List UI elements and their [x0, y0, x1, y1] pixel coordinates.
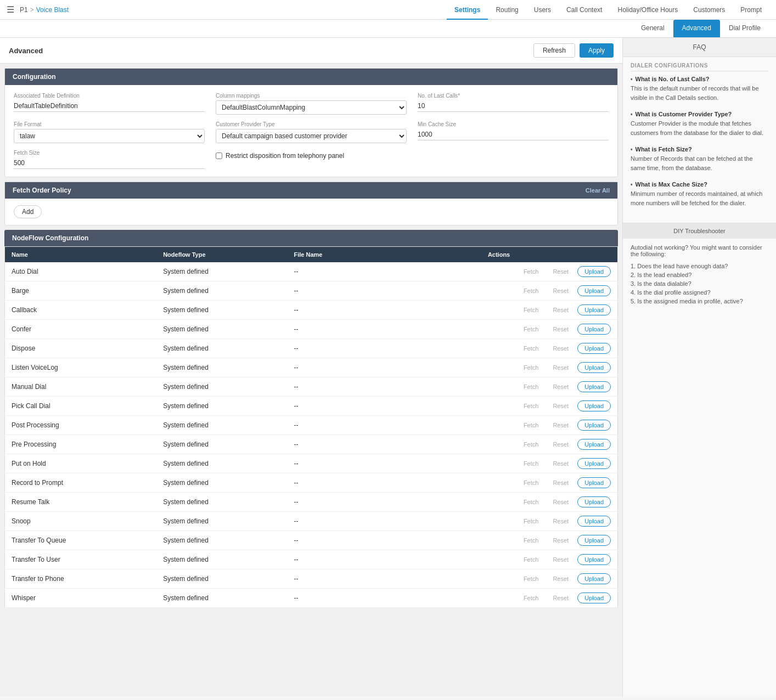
- fetch-button[interactable]: Fetch: [518, 497, 544, 507]
- tab-holiday-office-hours[interactable]: Holiday/Office Hours: [610, 0, 685, 20]
- diy-steps-list: 1. Does the lead have enough data?2. Is …: [631, 262, 768, 306]
- row-name[interactable]: Whisper: [5, 589, 157, 608]
- fetch-button[interactable]: Fetch: [518, 535, 544, 545]
- row-name[interactable]: Confer: [5, 320, 157, 339]
- fetch-button[interactable]: Fetch: [518, 555, 544, 564]
- upload-button[interactable]: Upload: [577, 496, 611, 507]
- upload-button[interactable]: Upload: [577, 535, 611, 546]
- upload-button[interactable]: Upload: [577, 343, 611, 354]
- column-mappings-select[interactable]: DefaultBlastColumnMapping: [216, 100, 407, 115]
- reset-button[interactable]: Reset: [547, 574, 574, 584]
- tab-users[interactable]: Users: [526, 0, 559, 20]
- content-area: Advanced Refresh Apply Configuration Ass…: [0, 38, 622, 696]
- row-name[interactable]: Post Processing: [5, 416, 157, 435]
- row-name[interactable]: Auto Dial: [5, 262, 157, 281]
- reset-button[interactable]: Reset: [547, 555, 574, 564]
- fetch-button[interactable]: Fetch: [518, 516, 544, 526]
- diy-step: 2. Is the lead enabled?: [631, 270, 768, 279]
- row-name[interactable]: Pick Call Dial: [5, 397, 157, 416]
- sub-tab-general[interactable]: General: [632, 20, 673, 37]
- row-name[interactable]: Pre Processing: [5, 435, 157, 454]
- apply-button[interactable]: Apply: [580, 43, 614, 58]
- upload-button[interactable]: Upload: [577, 516, 611, 527]
- fetch-button[interactable]: Fetch: [518, 420, 544, 430]
- reset-button[interactable]: Reset: [547, 343, 574, 353]
- row-name[interactable]: Manual Dial: [5, 377, 157, 397]
- upload-button[interactable]: Upload: [577, 362, 611, 373]
- sub-tab-advanced[interactable]: Advanced: [673, 20, 720, 37]
- upload-button[interactable]: Upload: [577, 266, 611, 277]
- clear-all-button[interactable]: Clear All: [586, 187, 610, 194]
- upload-button[interactable]: Upload: [577, 381, 611, 392]
- associated-table-def-input[interactable]: [14, 100, 205, 112]
- row-name[interactable]: Callback: [5, 301, 157, 320]
- fetch-button[interactable]: Fetch: [518, 363, 544, 372]
- reset-button[interactable]: Reset: [547, 478, 574, 488]
- fetch-button[interactable]: Fetch: [518, 401, 544, 411]
- row-name[interactable]: Resume Talk: [5, 493, 157, 512]
- row-name[interactable]: Transfer To User: [5, 550, 157, 569]
- min-cache-size-input[interactable]: [418, 129, 609, 140]
- tab-settings[interactable]: Settings: [447, 0, 488, 20]
- file-format-select[interactable]: talaw ulaw wav: [14, 129, 205, 143]
- customer-provider-type-select[interactable]: Default campaign based customer provider: [216, 129, 407, 143]
- upload-button[interactable]: Upload: [577, 400, 611, 411]
- fetch-button[interactable]: Fetch: [518, 324, 544, 334]
- fetch-button[interactable]: Fetch: [518, 267, 544, 276]
- no-last-calls-input[interactable]: [418, 100, 609, 112]
- reset-button[interactable]: Reset: [547, 535, 574, 545]
- upload-button[interactable]: Upload: [577, 324, 611, 335]
- upload-button[interactable]: Upload: [577, 420, 611, 431]
- restrict-disposition-checkbox[interactable]: [216, 153, 222, 159]
- fetch-button[interactable]: Fetch: [518, 343, 544, 353]
- reset-button[interactable]: Reset: [547, 382, 574, 392]
- row-name[interactable]: Record to Prompt: [5, 473, 157, 493]
- reset-button[interactable]: Reset: [547, 401, 574, 411]
- upload-button[interactable]: Upload: [577, 458, 611, 469]
- row-nodeflow-type: System defined: [156, 301, 287, 320]
- tab-prompt[interactable]: Prompt: [733, 0, 769, 20]
- upload-button[interactable]: Upload: [577, 439, 611, 450]
- row-name[interactable]: Barge: [5, 281, 157, 301]
- row-name[interactable]: Transfer To Queue: [5, 531, 157, 550]
- tab-customers[interactable]: Customers: [685, 0, 733, 20]
- reset-button[interactable]: Reset: [547, 459, 574, 468]
- row-name[interactable]: Listen VoiceLog: [5, 358, 157, 377]
- reset-button[interactable]: Reset: [547, 267, 574, 276]
- fetch-button[interactable]: Fetch: [518, 574, 544, 584]
- upload-button[interactable]: Upload: [577, 573, 611, 584]
- row-name[interactable]: Dispose: [5, 339, 157, 358]
- hamburger-menu[interactable]: ☰: [7, 4, 14, 15]
- reset-button[interactable]: Reset: [547, 439, 574, 449]
- reset-button[interactable]: Reset: [547, 516, 574, 526]
- upload-button[interactable]: Upload: [577, 592, 611, 603]
- fetch-button[interactable]: Fetch: [518, 382, 544, 392]
- add-button[interactable]: Add: [14, 205, 42, 218]
- reset-button[interactable]: Reset: [547, 497, 574, 507]
- upload-button[interactable]: Upload: [577, 304, 611, 315]
- sub-tab-dial-profile[interactable]: Dial Profile: [720, 20, 769, 37]
- reset-button[interactable]: Reset: [547, 420, 574, 430]
- upload-button[interactable]: Upload: [577, 477, 611, 488]
- reset-button[interactable]: Reset: [547, 324, 574, 334]
- tab-routing[interactable]: Routing: [488, 0, 526, 20]
- reset-button[interactable]: Reset: [547, 363, 574, 372]
- fetch-size-input[interactable]: [14, 157, 205, 169]
- reset-button[interactable]: Reset: [547, 305, 574, 315]
- row-name[interactable]: Put on Hold: [5, 454, 157, 473]
- configuration-title: Configuration: [13, 73, 56, 81]
- fetch-button[interactable]: Fetch: [518, 478, 544, 488]
- upload-button[interactable]: Upload: [577, 554, 611, 565]
- fetch-button[interactable]: Fetch: [518, 459, 544, 468]
- tab-call-context[interactable]: Call Context: [559, 0, 610, 20]
- fetch-button[interactable]: Fetch: [518, 286, 544, 296]
- upload-button[interactable]: Upload: [577, 285, 611, 296]
- row-name[interactable]: Snoop: [5, 512, 157, 531]
- refresh-button[interactable]: Refresh: [533, 43, 575, 58]
- fetch-button[interactable]: Fetch: [518, 593, 544, 603]
- reset-button[interactable]: Reset: [547, 286, 574, 296]
- reset-button[interactable]: Reset: [547, 593, 574, 603]
- fetch-button[interactable]: Fetch: [518, 439, 544, 449]
- fetch-button[interactable]: Fetch: [518, 305, 544, 315]
- row-name[interactable]: Transfer to Phone: [5, 569, 157, 589]
